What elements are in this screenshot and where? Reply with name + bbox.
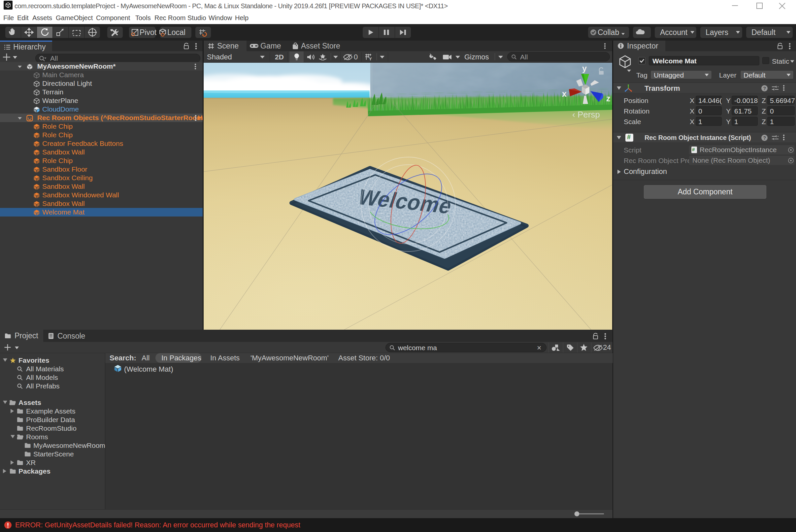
svg-text:Collab: Collab xyxy=(598,28,619,37)
svg-text:Local: Local xyxy=(167,28,186,37)
svg-text:x: x xyxy=(562,89,567,98)
svg-text:y: y xyxy=(582,64,587,73)
svg-text:Y: Y xyxy=(369,56,372,61)
svg-text:?: ? xyxy=(763,135,766,140)
svg-text:z: z xyxy=(606,94,610,103)
svg-text:Account: Account xyxy=(660,28,688,37)
svg-text:?: ? xyxy=(763,86,766,91)
svg-text:‹ Persp: ‹ Persp xyxy=(572,110,600,119)
svg-text:Layers: Layers xyxy=(705,28,728,37)
svg-text:Pivot: Pivot xyxy=(139,28,157,37)
svg-text:Default: Default xyxy=(752,28,776,37)
